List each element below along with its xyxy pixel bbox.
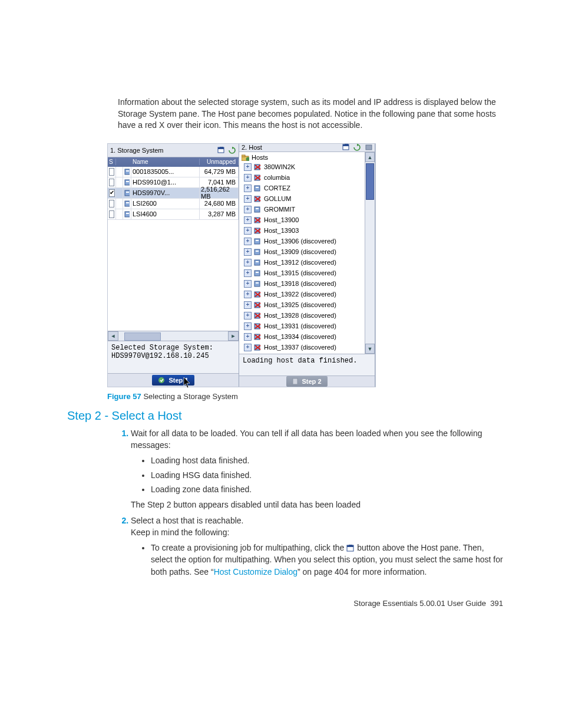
- host-item[interactable]: +GROMMIT: [239, 204, 365, 215]
- expand-icon[interactable]: +: [244, 216, 252, 224]
- step2-button: Step 2: [286, 376, 327, 387]
- host-item[interactable]: +Host_13906 (discovered): [239, 236, 365, 246]
- scroll-right-button[interactable]: ►: [228, 331, 239, 341]
- customize-icon[interactable]: [217, 147, 225, 154]
- host-item[interactable]: +Host_13928 (discovered): [239, 310, 365, 321]
- host-label: Host_13934 (discovered): [264, 333, 336, 340]
- scroll-down-button[interactable]: ▼: [365, 344, 375, 354]
- col-name[interactable]: Name: [131, 159, 200, 165]
- step1-button[interactable]: Step 1: [152, 375, 194, 386]
- host-label: Host_13931 (discovered): [264, 322, 336, 330]
- storage-name: HDS9970V...: [131, 188, 200, 198]
- vscrollbar[interactable]: ▲ ▼: [365, 152, 375, 354]
- checkbox[interactable]: [109, 168, 114, 176]
- checkbox[interactable]: [109, 179, 114, 186]
- host-label: CORTEZ: [264, 185, 290, 192]
- host-item[interactable]: +Host_13937 (discovered): [239, 342, 365, 353]
- host-icon: [254, 249, 262, 255]
- hscrollbar[interactable]: ◄ ►: [108, 331, 239, 341]
- expand-icon[interactable]: +: [244, 280, 252, 288]
- storage-system-pane: 1. Storage System S Name Unmapped 000183…: [108, 144, 239, 387]
- host-item[interactable]: +Host_13922 (discovered): [239, 289, 365, 299]
- host-icon: [254, 217, 262, 223]
- storage-unmapped: 24,680 MB: [200, 199, 239, 209]
- host-label: Host_13915 (discovered): [264, 269, 336, 276]
- table-row[interactable]: ✔HDS9970V...2,516,262 MB: [108, 188, 239, 199]
- svg-rect-37: [254, 249, 260, 255]
- checkbox[interactable]: [109, 200, 114, 207]
- bullet-item: Loading HSG data finished.: [151, 469, 503, 481]
- host-item[interactable]: +columbia: [239, 172, 365, 183]
- host-item[interactable]: +Host_13912 (discovered): [239, 257, 365, 268]
- table-row[interactable]: 0001835005...64,729 MB: [108, 167, 239, 177]
- expand-icon[interactable]: +: [244, 163, 252, 171]
- intro-paragraph: Information about the selected storage s…: [118, 97, 503, 131]
- col-select[interactable]: S: [108, 159, 116, 165]
- host-icon: [254, 259, 262, 266]
- svg-rect-39: [254, 260, 260, 265]
- bullet-item: Loading zone data finished.: [151, 483, 503, 495]
- table-row[interactable]: LSI260024,680 MB: [108, 199, 239, 209]
- expand-icon[interactable]: +: [244, 333, 252, 341]
- expand-icon[interactable]: +: [244, 238, 252, 245]
- expand-icon[interactable]: +: [244, 322, 252, 330]
- host-icon: [254, 206, 262, 213]
- vscroll-thumb[interactable]: [366, 163, 374, 200]
- host-tree[interactable]: Hosts +380WIN2K+columbia+CORTEZ+GOLLUM+G…: [239, 152, 365, 354]
- host-item[interactable]: +GOLLUM: [239, 193, 365, 204]
- host-item[interactable]: +CORTEZ: [239, 183, 365, 193]
- svg-rect-25: [254, 186, 260, 191]
- host-icon: [254, 323, 262, 330]
- hscroll-thumb[interactable]: [124, 332, 161, 341]
- host-icon: [254, 174, 262, 181]
- host-item[interactable]: +Host_13925 (discovered): [239, 299, 365, 310]
- svg-rect-16: [345, 144, 348, 145]
- host-item[interactable]: +Host_13934 (discovered): [239, 331, 365, 342]
- host-item[interactable]: +Host_13909 (discovered): [239, 246, 365, 257]
- expand-icon[interactable]: +: [244, 227, 252, 235]
- hosts-root-icon: [242, 154, 249, 161]
- host-item[interactable]: +Host_13900: [239, 215, 365, 225]
- expand-icon[interactable]: +: [244, 195, 252, 203]
- expand-icon[interactable]: +: [244, 259, 252, 266]
- host-label: Host_13918 (discovered): [264, 280, 336, 287]
- hosts-root[interactable]: Hosts: [239, 153, 365, 162]
- svg-rect-12: [126, 213, 129, 214]
- checkbox[interactable]: [109, 210, 114, 218]
- expand-icon[interactable]: +: [244, 269, 252, 277]
- expand-icon[interactable]: +: [244, 344, 252, 351]
- host-item[interactable]: +Host_13918 (discovered): [239, 278, 365, 289]
- host-item[interactable]: +Host_13903: [239, 225, 365, 236]
- expand-icon[interactable]: +: [244, 312, 252, 319]
- svg-point-13: [158, 377, 164, 383]
- host-item[interactable]: +380WIN2K: [239, 162, 365, 172]
- col-unmapped[interactable]: Unmapped: [200, 159, 239, 165]
- expand-icon[interactable]: +: [244, 301, 252, 309]
- host-item[interactable]: +Host_13915 (discovered): [239, 268, 365, 278]
- bullet-item: Loading host data finished.: [151, 454, 503, 466]
- host-status: Loading host data finished.: [239, 354, 375, 375]
- checkbox[interactable]: ✔: [109, 189, 115, 197]
- host-label: 380WIN2K: [264, 163, 295, 170]
- host-customize-dialog-link[interactable]: Host Customize Dialog: [214, 567, 297, 577]
- host-filter-icon[interactable]: [365, 144, 372, 151]
- scroll-left-button[interactable]: ◄: [108, 331, 118, 341]
- host-icon: [254, 281, 262, 287]
- expand-icon[interactable]: +: [244, 248, 252, 256]
- table-row[interactable]: LSI46003,287 MB: [108, 209, 239, 220]
- storage-pane-title: 1. Storage System: [110, 147, 214, 154]
- expand-icon[interactable]: +: [244, 185, 252, 192]
- expand-icon[interactable]: +: [244, 174, 252, 182]
- expand-icon[interactable]: +: [244, 291, 252, 298]
- scroll-up-button[interactable]: ▲: [365, 152, 375, 162]
- expand-icon[interactable]: +: [244, 206, 252, 213]
- svg-rect-30: [256, 208, 259, 209]
- host-label: Host_13922 (discovered): [264, 291, 336, 298]
- host-refresh-icon[interactable]: [353, 144, 361, 151]
- svg-rect-3: [125, 169, 130, 174]
- storage-unmapped: 3,287 MB: [200, 209, 239, 219]
- refresh-icon[interactable]: [229, 147, 236, 154]
- host-item[interactable]: +Host_13931 (discovered): [239, 321, 365, 331]
- svg-rect-11: [125, 212, 130, 217]
- host-customize-icon[interactable]: [342, 144, 350, 151]
